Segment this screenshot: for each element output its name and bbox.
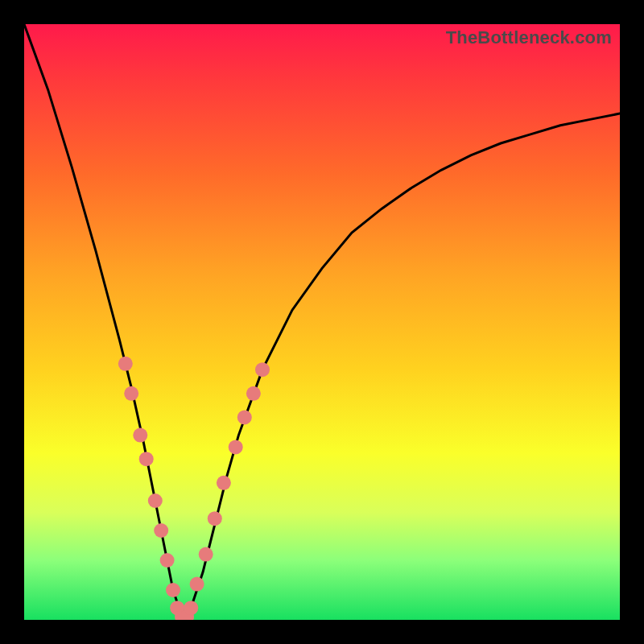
chart-frame: TheBottleneck.com	[0, 0, 644, 644]
highlight-dot	[184, 601, 198, 615]
highlight-dot	[139, 452, 154, 466]
highlight-dot	[217, 476, 231, 490]
highlight-dot	[133, 428, 147, 443]
plot-area: TheBottleneck.com	[24, 24, 620, 620]
highlight-dot	[229, 440, 243, 454]
bottleneck-curve	[24, 24, 620, 620]
highlight-dot	[190, 577, 204, 592]
highlight-dot	[166, 583, 180, 597]
highlight-dot	[148, 493, 163, 508]
highlight-dot	[118, 357, 133, 371]
chart-svg	[24, 24, 620, 620]
highlight-dot	[199, 547, 213, 562]
highlight-dot	[124, 386, 138, 401]
highlight-dot	[154, 523, 168, 538]
highlight-dot	[255, 362, 270, 377]
highlight-dots-group	[118, 357, 270, 620]
highlight-dot	[208, 511, 222, 526]
highlight-dot	[160, 553, 175, 568]
highlight-dot	[237, 410, 252, 424]
highlight-dot	[246, 386, 261, 401]
